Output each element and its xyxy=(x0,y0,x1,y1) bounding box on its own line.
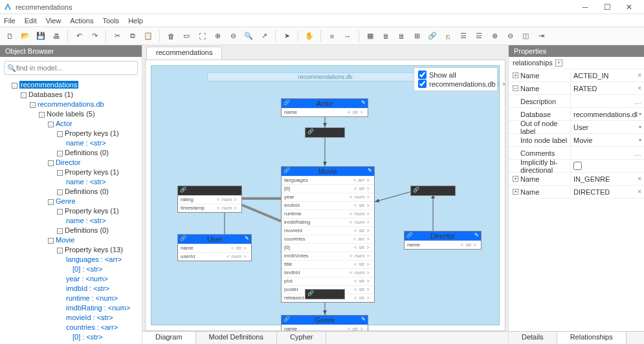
tree-prop[interactable]: name : <str> xyxy=(66,217,106,224)
close-button[interactable]: ✕ xyxy=(618,3,640,12)
tree-definitions[interactable]: Definitions (0) xyxy=(65,226,109,234)
tree-prop[interactable]: [0] : <str> xyxy=(72,333,102,341)
tab-recommendations[interactable]: recommendations xyxy=(146,47,222,59)
tree-toggle-icon[interactable]: - xyxy=(39,112,45,118)
tree-actor[interactable]: Actor xyxy=(56,120,72,127)
print-icon[interactable]: 🖶 xyxy=(50,30,62,42)
tree-toggle-icon[interactable]: - xyxy=(48,199,54,205)
link-icon[interactable]: 🔗 xyxy=(427,30,438,42)
chevron-down-icon[interactable]: ▾ xyxy=(639,137,641,143)
node-director[interactable]: 🔗Director✎ name<str> xyxy=(404,231,482,250)
node-acted-in[interactable]: 🔗ACTED_IN xyxy=(305,127,345,138)
edit-icon[interactable]: ✎ xyxy=(245,235,249,241)
tree-propkeys[interactable]: Property keys (1) xyxy=(65,168,119,176)
tree-prop[interactable]: [0] : <str> xyxy=(72,265,102,273)
save-icon[interactable]: 💾 xyxy=(35,30,47,42)
node-movie[interactable]: 🔗Movie✎ languages<arr>[0]<str>year<num>i… xyxy=(281,166,375,303)
tree-root[interactable]: recommendations xyxy=(19,81,78,89)
fit-icon[interactable]: ⛶ xyxy=(196,30,208,42)
tree-toggle-icon[interactable]: - xyxy=(57,209,63,215)
grid-icon[interactable]: ▦ xyxy=(364,30,376,42)
page-icon[interactable]: 🗎 xyxy=(395,30,407,42)
search-input[interactable] xyxy=(16,64,135,72)
node-genre[interactable]: 🔗Genre✎ name<str> xyxy=(281,315,368,331)
tree-toggle-icon[interactable]: - xyxy=(57,170,63,176)
tree-prop[interactable]: name : <str> xyxy=(66,139,106,147)
cluster-icon[interactable]: ⊞ xyxy=(411,30,423,42)
tree-movie[interactable]: Movie xyxy=(56,236,74,244)
paste-icon[interactable]: 📋 xyxy=(142,30,154,42)
chevron-down-icon[interactable]: ▾ xyxy=(639,111,641,117)
tree-propkeys[interactable]: Property keys (1) xyxy=(65,207,119,215)
more-icon[interactable]: … xyxy=(634,149,641,157)
tree-toggle-icon[interactable]: - xyxy=(48,122,54,127)
tree-db[interactable]: recommendations.db xyxy=(38,100,104,108)
menu-edit[interactable]: Edit xyxy=(25,17,37,25)
tab-diagram[interactable]: Diagram xyxy=(142,332,196,344)
redo-icon[interactable]: ↷ xyxy=(89,30,100,42)
tree-prop[interactable]: name : <str> xyxy=(66,178,106,186)
prop-value[interactable]: User xyxy=(573,124,588,131)
tree-toggle-icon[interactable]: - xyxy=(57,189,63,195)
clear-icon[interactable]: × xyxy=(638,85,641,92)
clear-icon[interactable]: × xyxy=(638,188,641,195)
menu-tools[interactable]: Tools xyxy=(102,17,119,25)
legend-showall-checkbox[interactable] xyxy=(418,70,427,79)
settings-icon[interactable]: ⇥ xyxy=(535,30,547,42)
prop-value[interactable]: recommendations.dl xyxy=(573,111,638,118)
expand-icon[interactable]: + xyxy=(513,189,518,195)
tree-prop[interactable]: movieId : <str> xyxy=(66,314,113,321)
more-icon[interactable]: … xyxy=(634,98,641,105)
diagram-canvas[interactable]: recommendations.db Show all recommendati… xyxy=(145,59,505,331)
zoom-in-icon[interactable]: ⊕ xyxy=(212,30,223,42)
copy-icon[interactable]: ⧉ xyxy=(127,30,139,42)
page-add-icon[interactable]: 🗎 xyxy=(380,30,392,42)
undo-icon[interactable]: ↶ xyxy=(73,30,85,42)
list-icon[interactable]: ☰ xyxy=(458,30,469,42)
menu-actions[interactable]: Actions xyxy=(70,17,93,25)
tree-databases[interactable]: Databases (1) xyxy=(28,91,73,98)
node-rated[interactable]: 🔗RATED rating<num> timestamp<num> xyxy=(177,186,242,213)
node-actor[interactable]: 🔗Actor✎ name<str> xyxy=(281,98,368,117)
edit-icon[interactable]: ✎ xyxy=(368,167,372,173)
pointer-icon[interactable]: ➤ xyxy=(281,30,293,42)
legend-close-icon[interactable]: × xyxy=(502,80,505,88)
tree-propkeys[interactable]: Property keys (1) xyxy=(65,129,119,137)
open-icon[interactable]: 📂 xyxy=(19,30,31,42)
tree-toggle-icon[interactable]: - xyxy=(48,238,54,244)
tree-definitions[interactable]: Definitions (0) xyxy=(65,188,109,195)
clear-icon[interactable]: × xyxy=(638,175,641,182)
chevron-down-icon[interactable]: ▾ xyxy=(639,124,641,130)
zoom-out-icon[interactable]: ⊖ xyxy=(227,30,239,42)
list2-icon[interactable]: ☰ xyxy=(473,30,485,42)
hand-icon[interactable]: ✋ xyxy=(304,30,315,42)
tree-node-labels[interactable]: Node labels (5) xyxy=(47,110,95,118)
panel-icon[interactable]: ◫ xyxy=(520,30,531,42)
align-icon[interactable]: ≡ xyxy=(326,30,338,42)
tree-prop[interactable]: countries : <arr> xyxy=(66,323,118,331)
edit-icon[interactable]: ✎ xyxy=(361,316,366,322)
menu-file[interactable]: File xyxy=(4,17,16,25)
object-tree[interactable]: -recommendations -Databases (1) -recomme… xyxy=(0,79,142,344)
tree-toggle-icon[interactable]: - xyxy=(57,131,63,137)
menu-help[interactable]: Help xyxy=(128,17,143,25)
remove-icon[interactable]: ⊖ xyxy=(504,30,516,42)
delete-icon[interactable]: 🗑 xyxy=(165,30,177,42)
tab-model-definitions[interactable]: Model Definitions xyxy=(196,332,277,344)
distribute-icon[interactable]: ↔ xyxy=(342,30,353,42)
tree-prop[interactable]: languages : <arr> xyxy=(66,255,122,263)
tree-genre[interactable]: Genre xyxy=(56,197,76,205)
minimize-button[interactable]: ─ xyxy=(574,3,596,12)
tree-toggle-icon[interactable]: - xyxy=(12,83,17,89)
implicit-checkbox[interactable] xyxy=(573,162,582,170)
graph-icon[interactable]: ⎌ xyxy=(442,30,454,42)
prop-value[interactable]: DIRECTED xyxy=(573,188,610,196)
tab-relationships[interactable]: Relationships xyxy=(557,332,627,344)
tree-toggle-icon[interactable]: - xyxy=(30,102,36,108)
expand-icon[interactable]: + xyxy=(513,72,518,78)
node-in-genre[interactable]: 🔗IN_GENRE xyxy=(305,289,345,299)
select-icon[interactable]: ▭ xyxy=(181,30,192,42)
tree-toggle-icon[interactable]: - xyxy=(57,151,63,156)
node-user[interactable]: 🔗User✎ name<str> userId<num> xyxy=(177,234,252,261)
menu-view[interactable]: View xyxy=(46,17,61,25)
